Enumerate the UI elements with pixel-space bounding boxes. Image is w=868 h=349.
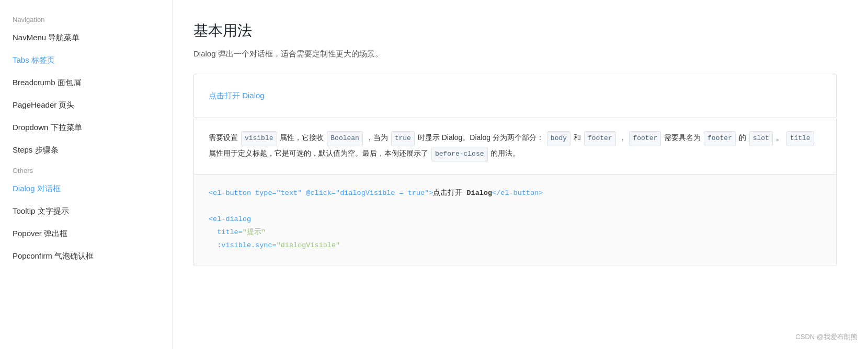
code-attr-visible-val: "dialogVisible" — [277, 241, 340, 249]
code-line-4: title="提示" — [209, 226, 821, 239]
code-button-text: 点击打开 Dialog — [433, 189, 492, 197]
sidebar-item-dialog[interactable]: Dialog 对话框 — [0, 178, 172, 200]
sidebar-item-steps[interactable]: Steps 步骤条 — [0, 139, 172, 161]
desc-text-10: 属性用于定义标题，它是可选的，默认值为空。最后，本例还展示了 — [209, 149, 428, 157]
code-attr-title: title= — [217, 228, 243, 236]
sidebar-section-others: Others — [0, 161, 172, 178]
desc-text-3: ，当为 — [366, 133, 388, 142]
code-badge-title: title — [786, 131, 814, 146]
code-badge-body: body — [547, 131, 570, 146]
page-description: Dialog 弹出一个对话框，适合需要定制性更大的场景。 — [193, 49, 837, 59]
code-badge-footer2: footer — [629, 131, 661, 146]
desc-text-6: ， — [619, 133, 626, 142]
code-indent-1 — [209, 228, 217, 236]
code-block: <el-button type="text" @click="dialogVis… — [193, 174, 837, 265]
sidebar-item-navmenu[interactable]: NavMenu 导航菜单 — [0, 27, 172, 49]
code-el-button-close: </el-button> — [492, 189, 543, 197]
sidebar-item-popover[interactable]: Popover 弹出框 — [0, 223, 172, 245]
desc-text-4: 时显示 Dialog。Dialog 分为两个部分： — [418, 133, 544, 142]
sidebar-section-navigation: Navigation — [0, 10, 172, 27]
main-content: 基本用法 Dialog 弹出一个对话框，适合需要定制性更大的场景。 点击打开 D… — [173, 0, 868, 349]
desc-text-2: 属性，它接收 — [280, 133, 324, 142]
sidebar-item-dropdown[interactable]: Dropdown 下拉菜单 — [0, 117, 172, 139]
demo-box: 点击打开 Dialog — [193, 74, 837, 118]
code-el-button-open: <el-button type="text" @click="dialogVis… — [209, 189, 433, 197]
sidebar-item-tabs[interactable]: Tabs 标签页 — [0, 49, 172, 72]
sidebar-item-breadcrumb[interactable]: Breadcrumb 面包屑 — [0, 72, 172, 94]
desc-text-11: 的用法。 — [490, 149, 520, 157]
code-line-blank — [209, 200, 821, 213]
code-badge-boolean: Boolean — [327, 131, 363, 146]
page-title: 基本用法 — [193, 21, 837, 41]
desc-text-5: 和 — [574, 133, 581, 142]
desc-text-8: 的 — [739, 133, 746, 142]
code-line-1: <el-button type="text" @click="dialogVis… — [209, 187, 821, 200]
desc-text-7: 需要具名为 — [664, 133, 701, 142]
code-attr-title-val: "提示" — [243, 228, 266, 236]
desc-text-9: 。 — [776, 133, 783, 142]
sidebar-item-tooltip[interactable]: Tooltip 文字提示 — [0, 200, 172, 223]
code-line-5: :visible.sync="dialogVisible" — [209, 239, 821, 252]
code-el-dialog-open: <el-dialog — [209, 215, 251, 223]
description-block: 需要设置 visible 属性，它接收 Boolean ，当为 true 时显示… — [193, 118, 837, 174]
code-attr-visible: :visible.sync= — [217, 241, 276, 249]
sidebar: Navigation NavMenu 导航菜单 Tabs 标签页 Breadcr… — [0, 0, 173, 349]
code-badge-before-close: before-close — [431, 147, 488, 162]
code-line-3: <el-dialog — [209, 213, 821, 226]
code-badge-true: true — [391, 131, 415, 146]
open-dialog-link[interactable]: 点击打开 Dialog — [209, 91, 265, 100]
code-badge-footer3: footer — [704, 131, 736, 146]
code-badge-footer1: footer — [584, 131, 616, 146]
code-badge-visible: visible — [241, 131, 277, 146]
sidebar-item-popconfirm[interactable]: Popconfirm 气泡确认框 — [0, 245, 172, 267]
sidebar-item-pageheader[interactable]: PageHeader 页头 — [0, 94, 172, 117]
desc-text-1: 需要设置 — [209, 133, 238, 142]
watermark: CSDN @我爱布朗熊 — [795, 332, 858, 342]
code-badge-slot: slot — [749, 131, 773, 146]
code-indent-2 — [209, 241, 217, 249]
